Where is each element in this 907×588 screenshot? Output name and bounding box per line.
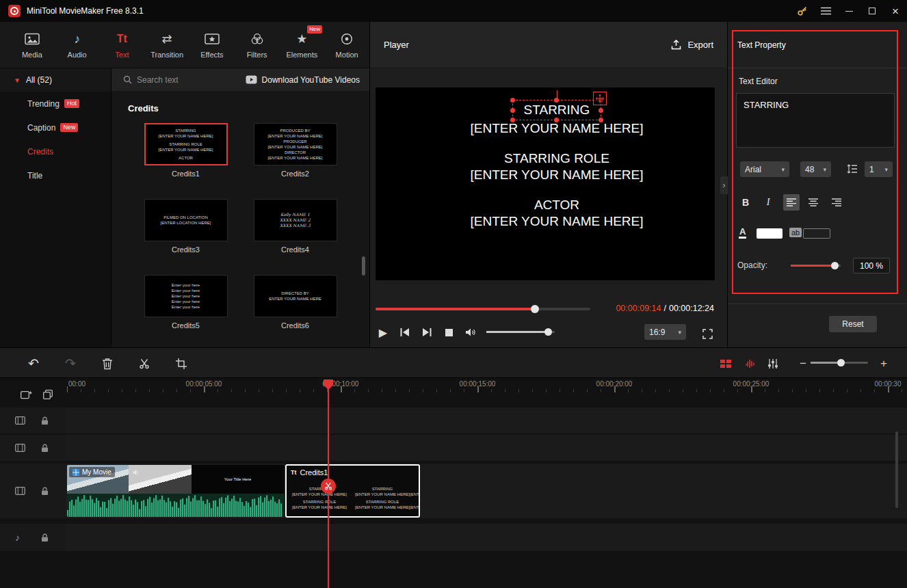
zoom-knob[interactable]	[837, 359, 845, 366]
delete-icon[interactable]	[99, 356, 116, 372]
tab-transition[interactable]: ⇄ Transition	[144, 22, 189, 68]
video-clip[interactable]: Your Title Here My Movie	[67, 465, 284, 517]
text-editor-input[interactable]: STARRING	[736, 93, 895, 148]
sidebar-item-caption[interactable]: Caption New	[0, 116, 111, 139]
italic-button[interactable]: I	[760, 194, 776, 211]
new-badge: New	[60, 123, 78, 133]
font-family-select[interactable]: Arial ▾	[740, 161, 789, 177]
timeline-ruler[interactable]: 00:00 00:00:05:00 00:00:10:00 00:00:15:0…	[66, 378, 907, 393]
template-credits4[interactable]: Kelly NAME 1 XXXX NAME 2 XXXX NAME 3 Cre…	[254, 199, 337, 254]
timeline-zoom-slider[interactable]	[811, 362, 868, 364]
undo-icon[interactable]: ↶	[25, 356, 42, 372]
template-credits5[interactable]: Enter your here Enter your here Enter yo…	[144, 275, 228, 330]
opacity-slider[interactable]	[791, 265, 841, 267]
split-at-playhead-icon[interactable]	[321, 479, 336, 494]
track-lane[interactable]	[66, 407, 907, 433]
filter-all-dropdown[interactable]: ▼ All (52)	[0, 68, 111, 92]
lock-icon[interactable]	[41, 533, 49, 542]
library-scrollbar[interactable]	[362, 256, 365, 276]
tab-motion[interactable]: Motion	[324, 22, 369, 68]
zoom-out-icon[interactable]: −	[795, 356, 811, 372]
volume-slider[interactable]	[486, 331, 555, 333]
track-lane[interactable]: Your Title Here My Movie	[66, 464, 907, 518]
font-size-select[interactable]: 48 ▾	[800, 161, 831, 177]
template-thumbnail[interactable]: Enter your here Enter your here Enter yo…	[144, 275, 228, 317]
duplicate-track-icon[interactable]	[42, 389, 54, 400]
aspect-ratio-select[interactable]: 16:9 ▾	[644, 324, 686, 340]
template-thumbnail[interactable]: STARRING [ENTER YOUR NAME HERE] STARRING…	[144, 123, 228, 165]
opacity-knob[interactable]	[831, 262, 839, 269]
sidebar-item-trending[interactable]: Trending Hot	[0, 92, 111, 116]
track-lane[interactable]	[66, 524, 907, 551]
fullscreen-icon[interactable]	[699, 325, 715, 342]
video-preview[interactable]: STARRING [ENTER YOUR NAME HERE]	[376, 88, 715, 280]
template-thumbnail[interactable]: PRODUCED BY [ENTER YOUR NAME HERE] PRODU…	[254, 123, 337, 165]
line-spacing-select[interactable]: 1 ▾	[865, 161, 893, 177]
preview-line[interactable]: [ENTER YOUR NAME HERE]	[470, 120, 643, 137]
zoom-in-icon[interactable]: +	[876, 356, 892, 372]
tab-media[interactable]: Media	[10, 22, 55, 68]
stop-button[interactable]	[441, 324, 457, 340]
highlight-color-icon[interactable]: ab	[789, 228, 802, 237]
lock-icon[interactable]	[41, 416, 49, 425]
lock-icon[interactable]	[41, 487, 49, 496]
align-center-button[interactable]	[805, 194, 821, 211]
sidebar-item-credits[interactable]: Credits	[0, 139, 111, 163]
minimize-button[interactable]	[837, 1, 860, 21]
template-credits3[interactable]: FILMED ON LOCATION [ENTER LOCATION HERE]…	[144, 199, 228, 254]
tab-audio[interactable]: ♪ Audio	[55, 22, 100, 68]
template-thumbnail[interactable]: FILMED ON LOCATION [ENTER LOCATION HERE]	[144, 199, 228, 241]
seek-bar[interactable]	[376, 308, 590, 310]
menu-icon[interactable]	[814, 1, 837, 21]
preview-line[interactable]: [ENTER YOUR NAME HERE]	[470, 213, 643, 230]
template-credits6[interactable]: DIRECTED BY ENTER YOUR NAME HERE Credits…	[254, 275, 337, 330]
volume-icon[interactable]	[462, 324, 479, 340]
tab-filters[interactable]: Filters	[235, 22, 280, 68]
track-lane[interactable]	[66, 435, 907, 461]
selected-text-box[interactable]: STARRING	[512, 100, 602, 120]
preview-line[interactable]: STARRING ROLE	[470, 150, 643, 167]
split-scissors-icon[interactable]	[136, 356, 153, 372]
search-box[interactable]	[111, 75, 236, 85]
add-track-icon[interactable]	[20, 389, 32, 400]
template-thumbnail[interactable]: DIRECTED BY ENTER YOUR NAME HERE	[254, 275, 337, 317]
preview-line[interactable]: [ENTER YOUR NAME HERE]	[470, 167, 643, 183]
previous-frame-button[interactable]	[397, 324, 413, 340]
crop-icon[interactable]	[173, 356, 189, 372]
play-button[interactable]: ▶	[375, 324, 391, 340]
storyboard-mode-icon[interactable]	[718, 356, 734, 372]
search-input[interactable]	[137, 75, 219, 85]
template-thumbnail[interactable]: Kelly NAME 1 XXXX NAME 2 XXXX NAME 3	[254, 199, 337, 241]
template-credits1[interactable]: STARRING [ENTER YOUR NAME HERE] STARRING…	[144, 123, 228, 178]
tab-effects[interactable]: Effects	[189, 22, 235, 68]
highlight-color-swatch[interactable]	[803, 228, 830, 239]
template-credits2[interactable]: PRODUCED BY [ENTER YOUR NAME HERE] PRODU…	[254, 123, 337, 178]
seek-knob[interactable]	[531, 305, 539, 313]
next-frame-button[interactable]	[419, 324, 435, 340]
waveform-icon[interactable]	[742, 356, 759, 372]
preview-line[interactable]: ACTOR	[470, 197, 643, 213]
move-handle-icon[interactable]	[593, 92, 607, 105]
rotate-handle[interactable]	[557, 90, 557, 100]
license-key-icon[interactable]	[791, 1, 814, 21]
redo-icon[interactable]: ↷	[62, 356, 79, 372]
reset-button[interactable]: Reset	[829, 316, 877, 332]
export-button[interactable]: Export	[671, 40, 713, 50]
text-clip-credits1[interactable]: Tt Credits1 STARRING [ENTER YOUR NAME HE…	[285, 464, 420, 518]
tab-elements[interactable]: New ★ Elements	[280, 22, 325, 68]
volume-knob[interactable]	[544, 328, 552, 336]
download-youtube-button[interactable]: Download YouTube Videos	[236, 68, 369, 91]
tab-text[interactable]: Tt Text	[100, 22, 145, 68]
text-color-icon[interactable]: A	[739, 227, 746, 239]
lock-icon[interactable]	[41, 444, 49, 453]
align-right-button[interactable]	[828, 194, 845, 211]
panel-collapse-chevron-icon[interactable]: ›	[720, 176, 728, 194]
close-button[interactable]: ×	[884, 1, 907, 21]
sidebar-item-title[interactable]: Title	[0, 163, 111, 187]
align-left-button[interactable]	[783, 194, 800, 211]
maximize-button[interactable]	[860, 1, 884, 21]
text-color-swatch[interactable]	[757, 228, 783, 239]
timeline-scrollbar[interactable]	[895, 431, 898, 508]
audio-mixer-icon[interactable]	[765, 356, 781, 372]
bold-button[interactable]: B	[737, 194, 754, 211]
